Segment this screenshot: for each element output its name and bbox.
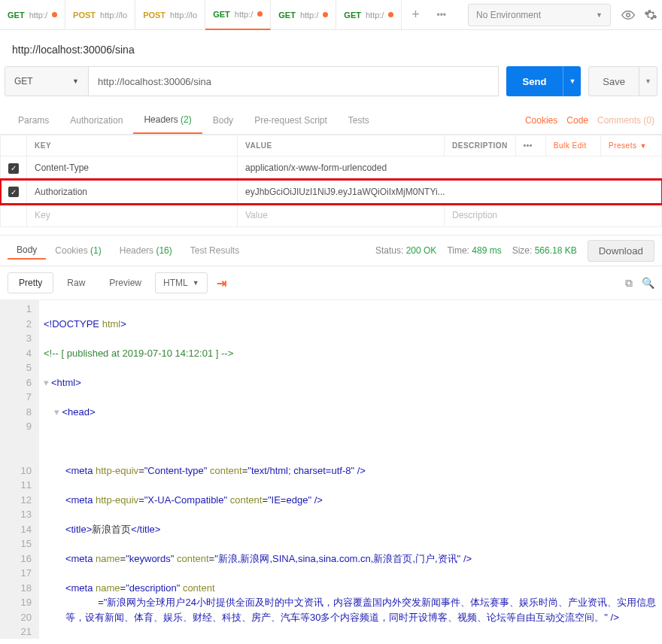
headers-table: KEY VALUE DESCRIPTION ••• Bulk Edit Pres… (0, 135, 662, 227)
bulk-edit-link[interactable]: Bulk Edit (554, 141, 587, 150)
environment-select[interactable]: No Environment▼ (468, 4, 611, 26)
viewer-format-select[interactable]: HTML▼ (155, 272, 208, 293)
wrap-lines-icon[interactable]: ⇥ (211, 276, 232, 290)
response-tab-headers[interactable]: Headers (16) (111, 242, 181, 259)
code-link[interactable]: Code (566, 115, 588, 126)
response-code-view[interactable]: 1234567891011121314151617181920212223 <!… (0, 300, 662, 639)
environment-preview-icon[interactable] (617, 4, 639, 26)
response-tab-cookies[interactable]: Cookies (1) (46, 242, 110, 259)
response-tab-testresults[interactable]: Test Results (181, 242, 248, 259)
tab-authorization[interactable]: Authorization (59, 108, 133, 133)
request-tab[interactable]: GEThttp:/ (271, 0, 336, 30)
col-more[interactable]: ••• (515, 135, 545, 156)
time-value: 489 ms (472, 245, 501, 256)
save-dropdown[interactable]: ▼ (639, 66, 657, 96)
checkbox-icon[interactable]: ✓ (8, 163, 19, 174)
request-tab[interactable]: POSThttp://lo (135, 0, 205, 30)
header-row-highlighted[interactable]: ✓ Authorization eyJhbGciOiJIUzI1NiJ9.eyJ… (1, 180, 662, 204)
comments-link[interactable]: Comments (0) (597, 115, 654, 126)
tab-tests[interactable]: Tests (338, 108, 380, 133)
presets-dropdown[interactable]: Presets▼ (609, 141, 647, 150)
send-dropdown[interactable]: ▼ (563, 66, 581, 96)
checkbox-icon[interactable]: ✓ (8, 187, 19, 197)
request-tab[interactable]: GEThttp:/ (336, 0, 402, 30)
viewer-preview[interactable]: Preview (99, 273, 152, 293)
response-tab-body[interactable]: Body (8, 242, 46, 260)
tab-headers[interactable]: Headers (2) (133, 107, 202, 134)
new-tab-button[interactable]: + (402, 7, 429, 23)
download-button[interactable]: Download (588, 240, 654, 262)
url-input[interactable] (89, 66, 499, 96)
svg-point-0 (627, 14, 630, 17)
tab-prerequest[interactable]: Pre-request Script (244, 108, 338, 133)
header-row-new[interactable]: Key Value Description (1, 204, 662, 227)
header-row[interactable]: ✓ Content-Type application/x-www-form-ur… (1, 156, 662, 181)
request-tab-active[interactable]: GEThttp:/ (205, 0, 271, 30)
method-select[interactable]: GET▼ (5, 66, 89, 96)
viewer-pretty[interactable]: Pretty (8, 272, 53, 293)
request-title: http://localhost:30006/sina (0, 30, 662, 66)
viewer-raw[interactable]: Raw (56, 273, 96, 293)
search-icon[interactable]: 🔍 (642, 277, 654, 290)
save-button[interactable]: Save (588, 66, 639, 96)
send-button[interactable]: Send (506, 66, 563, 96)
col-key: KEY (27, 135, 238, 156)
cookies-link[interactable]: Cookies (525, 115, 557, 126)
status-value: 200 OK (406, 245, 437, 256)
settings-gear-icon[interactable] (639, 4, 662, 26)
request-tab[interactable]: POSThttp://lo (65, 0, 135, 30)
request-tab[interactable]: GEThttp:/ (0, 0, 65, 30)
tab-params[interactable]: Params (8, 108, 59, 133)
tab-body[interactable]: Body (202, 108, 244, 133)
col-description: DESCRIPTION (445, 135, 516, 156)
col-value: VALUE (238, 135, 445, 156)
size-value: 566.18 KB (535, 245, 577, 256)
tab-overflow-button[interactable]: ••• (429, 10, 454, 20)
copy-icon[interactable]: ⧉ (625, 277, 633, 290)
